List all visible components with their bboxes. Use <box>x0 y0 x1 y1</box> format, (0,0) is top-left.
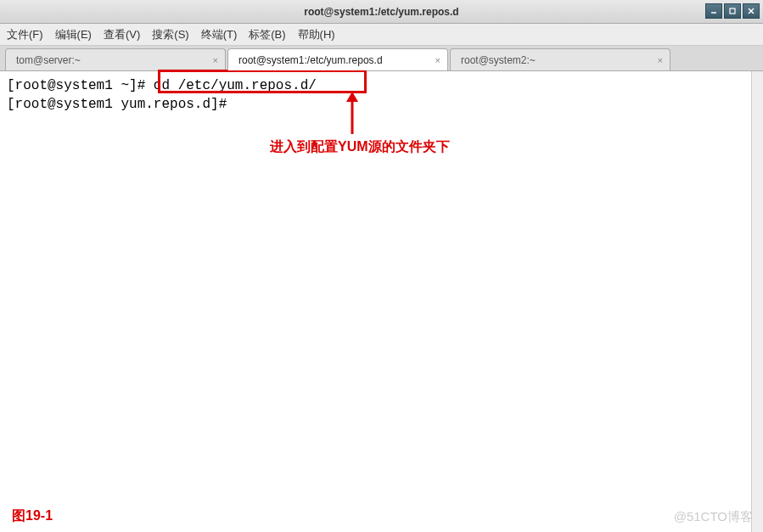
window-titlebar: root@system1:/etc/yum.repos.d <box>0 0 763 24</box>
svg-rect-1 <box>730 8 735 14</box>
menubar: 文件(F) 编辑(E) 查看(V) 搜索(S) 终端(T) 标签(B) 帮助(H… <box>0 24 763 46</box>
close-button[interactable] <box>743 3 760 19</box>
tab-tom-server[interactable]: tom@server:~ × <box>5 48 226 70</box>
window-controls <box>705 3 760 19</box>
watermark: @51CTO博客 <box>674 509 753 525</box>
terminal-line-2: [root@system1 yum.repos.d]# <box>7 95 756 114</box>
menu-search[interactable]: 搜索(S) <box>152 27 188 42</box>
menu-edit[interactable]: 编辑(E) <box>55 27 92 42</box>
tab-label: root@system1:/etc/yum.repos.d <box>238 54 383 66</box>
annotation-text: 进入到配置YUM源的文件夹下 <box>270 137 450 156</box>
terminal-output[interactable]: [root@system1 ~]# cd /etc/yum.repos.d/ [… <box>0 71 763 532</box>
figure-label: 图19-1 <box>12 507 53 525</box>
terminal-line-1: [root@system1 ~]# cd /etc/yum.repos.d/ <box>7 76 756 95</box>
minimize-button[interactable] <box>705 3 722 19</box>
window-title: root@system1:/etc/yum.repos.d <box>304 6 458 18</box>
tab-label: root@system2:~ <box>461 54 536 66</box>
tab-system2[interactable]: root@system2:~ × <box>450 48 670 70</box>
menu-tabs[interactable]: 标签(B) <box>249 27 285 42</box>
tab-close-icon[interactable]: × <box>213 55 218 65</box>
menu-view[interactable]: 查看(V) <box>104 27 140 42</box>
tab-label: tom@server:~ <box>16 54 81 66</box>
prompt-1: [root@system1 ~]# <box>7 78 145 93</box>
vertical-scrollbar[interactable] <box>751 71 763 532</box>
tab-system1[interactable]: root@system1:/etc/yum.repos.d × <box>227 48 448 70</box>
menu-terminal[interactable]: 终端(T) <box>201 27 238 42</box>
menu-help[interactable]: 帮助(H) <box>298 27 335 42</box>
maximize-button[interactable] <box>724 3 741 19</box>
tab-close-icon[interactable]: × <box>658 55 663 65</box>
command-1: cd /etc/yum.repos.d/ <box>154 78 317 93</box>
tab-bar: tom@server:~ × root@system1:/etc/yum.rep… <box>0 46 763 71</box>
menu-file[interactable]: 文件(F) <box>7 27 43 42</box>
tab-close-icon[interactable]: × <box>435 55 440 65</box>
